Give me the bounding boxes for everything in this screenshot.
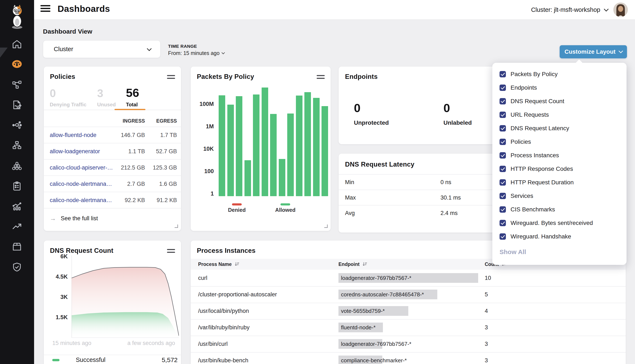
policy-link[interactable]: calico-node-alertmana… xyxy=(50,192,112,208)
menu-item-checkbox[interactable]: Endpoints xyxy=(500,81,622,94)
endpoint-chip: loadgenerator-7697bb7567-* xyxy=(338,339,382,349)
drag-handle-icon[interactable] xyxy=(167,75,175,80)
y-tick-label: 1M xyxy=(191,123,214,130)
checkbox-checked-icon[interactable] xyxy=(500,166,506,172)
table-row: /usr/bin/kube-bench compliance-benchmark… xyxy=(191,352,626,364)
checkbox-checked-icon[interactable] xyxy=(500,84,506,91)
sidebar-item-endpoints[interactable] xyxy=(12,120,23,130)
section-label: Dashboard View xyxy=(43,28,92,35)
checkbox-checked-icon[interactable] xyxy=(500,206,506,213)
sidebar-item-policies[interactable] xyxy=(12,99,23,110)
legend-label-denied: Denied xyxy=(224,207,250,213)
menu-item-label: HTTP Response Codes xyxy=(511,166,573,172)
show-all-link[interactable]: Show All xyxy=(500,248,526,256)
policy-link[interactable]: calico-node-alertmana… xyxy=(50,176,112,192)
policy-link[interactable]: calico-cloud-apiserver-… xyxy=(50,160,113,176)
checkbox-checked-icon[interactable] xyxy=(500,220,506,226)
menu-item-checkbox[interactable]: DNS Request Latency xyxy=(500,122,622,135)
policy-link[interactable]: allow-loadgenerator xyxy=(50,143,100,160)
policy-row: calico-node-alertmana… 92.2 KB 91.2 KB xyxy=(44,192,181,208)
column-header-endpoint[interactable]: Endpoint xyxy=(338,259,367,270)
checkbox-checked-icon[interactable] xyxy=(500,139,506,145)
hamburger-menu-icon[interactable] xyxy=(41,5,50,14)
dns-area-chart xyxy=(72,255,179,338)
cluster-switcher-label: Cluster: jlt-msft-workshop xyxy=(531,6,600,13)
sidebar-item-image-assurance[interactable] xyxy=(12,241,23,252)
resize-handle[interactable] xyxy=(324,224,328,228)
bar-allowed xyxy=(287,114,294,196)
checkbox-checked-icon[interactable] xyxy=(500,233,506,240)
policy-row: allow-loadgenerator 1.1 TB 52.7 GB xyxy=(44,143,181,160)
dashboard-view-select[interactable]: Cluster xyxy=(43,40,160,58)
checkbox-checked-icon[interactable] xyxy=(500,112,506,118)
menu-item-label: Policies xyxy=(511,138,531,145)
sidebar-item-home[interactable] xyxy=(12,39,23,50)
view-select-value: Cluster xyxy=(54,46,73,53)
checkbox-checked-icon[interactable] xyxy=(500,179,506,186)
sidebar-item-service-graph[interactable] xyxy=(12,79,23,90)
customize-menu-items: Packets By PolicyEndpointsDNS Request Co… xyxy=(500,68,622,243)
cluster-switcher[interactable]: Cluster: jlt-msft-workshop xyxy=(531,6,608,13)
menu-item-checkbox[interactable]: Packets By Policy xyxy=(500,68,622,81)
page-title: Dashboards xyxy=(58,4,110,14)
bar-allowed xyxy=(313,98,320,196)
checkbox-checked-icon[interactable] xyxy=(500,125,506,132)
bar-allowed xyxy=(322,106,328,196)
column-header-process-name[interactable]: Process Name xyxy=(198,259,239,270)
column-header-egress: EGRESS xyxy=(141,118,177,124)
unprotected-label: Unprotected xyxy=(354,120,389,126)
menu-item-checkbox[interactable]: URL Requests xyxy=(500,108,622,122)
legend-label-successful: Successful xyxy=(76,356,105,363)
drag-handle-icon[interactable] xyxy=(317,75,325,80)
legend-swatch-successful xyxy=(52,359,60,361)
policy-link[interactable]: allow-fluentd-node xyxy=(50,127,97,143)
legend-value-successful: 5,572 xyxy=(162,356,178,364)
checkbox-checked-icon[interactable] xyxy=(500,98,506,104)
menu-item-checkbox[interactable]: HTTP Response Codes xyxy=(500,162,622,176)
policies-tab-unused[interactable]: 3 Unused xyxy=(97,88,116,108)
sidebar-item-security-events[interactable] xyxy=(12,262,23,272)
checkbox-checked-icon[interactable] xyxy=(500,71,506,77)
policies-tab-total[interactable]: 56 Total xyxy=(126,87,139,108)
card-footer: → See the full list xyxy=(44,208,181,231)
y-tick-label: 3K xyxy=(44,294,68,300)
table-row: curl loadgenerator-7697bb7567-* 10 xyxy=(191,270,626,287)
policy-row: calico-node-alertmana… 2.7 GB 1.6 GB xyxy=(44,176,181,192)
topbar: Dashboards Cluster: jlt-msft-workshop xyxy=(34,0,635,20)
sidebar-item-network-sets[interactable] xyxy=(12,140,23,151)
bar-allowed xyxy=(270,114,277,196)
chevron-down-icon xyxy=(604,7,609,12)
menu-item-checkbox[interactable]: Process Instances xyxy=(500,148,622,162)
menu-item-checkbox[interactable]: Policies xyxy=(500,135,622,148)
table-row: /usr/bin/curl loadgenerator-7697bb7567-*… xyxy=(191,336,626,352)
endpoint-chip: compliance-benchmarker-* xyxy=(338,356,382,364)
legend-label-allowed: Allowed xyxy=(273,207,298,213)
policies-tab-denying[interactable]: 0 Denying Traffic xyxy=(50,88,86,108)
bar-allowed xyxy=(262,88,268,196)
menu-item-checkbox[interactable]: CIS Benchmarks xyxy=(500,203,622,216)
user-avatar[interactable] xyxy=(613,2,628,17)
time-range-picker[interactable]: From: 15 minutes ago xyxy=(168,50,224,56)
menu-item-checkbox[interactable]: Wireguard. Handshake xyxy=(500,230,622,243)
drag-handle-icon[interactable] xyxy=(167,249,175,254)
menu-item-checkbox[interactable]: HTTP Request Duration xyxy=(500,176,622,189)
sidebar-item-managed-clusters[interactable] xyxy=(12,160,23,171)
menu-item-label: Wireguard. Bytes sent/received xyxy=(511,220,593,226)
see-full-list-link[interactable]: → See the full list xyxy=(50,215,98,222)
menu-item-checkbox[interactable]: DNS Request Count xyxy=(500,94,622,108)
checkbox-checked-icon[interactable] xyxy=(500,193,506,199)
sidebar xyxy=(0,0,34,364)
menu-item-checkbox[interactable]: Services xyxy=(500,189,622,203)
menu-item-checkbox[interactable]: Wireguard. Bytes sent/received xyxy=(500,216,622,230)
sidebar-item-threat-feeds[interactable] xyxy=(12,221,23,232)
customize-layout-button[interactable]: Customize Layout xyxy=(560,45,627,58)
calico-cat-logo[interactable] xyxy=(8,3,26,29)
checkbox-checked-icon[interactable] xyxy=(500,152,506,158)
sidebar-item-compliance-reports[interactable] xyxy=(12,180,23,192)
y-tick-label: 6K xyxy=(44,253,68,260)
resize-handle[interactable] xyxy=(175,224,178,228)
menu-notch xyxy=(575,60,583,66)
sidebar-item-dashboards-active[interactable] xyxy=(12,58,23,70)
sidebar-item-activity[interactable] xyxy=(12,201,23,212)
bar-allowed xyxy=(219,95,225,196)
